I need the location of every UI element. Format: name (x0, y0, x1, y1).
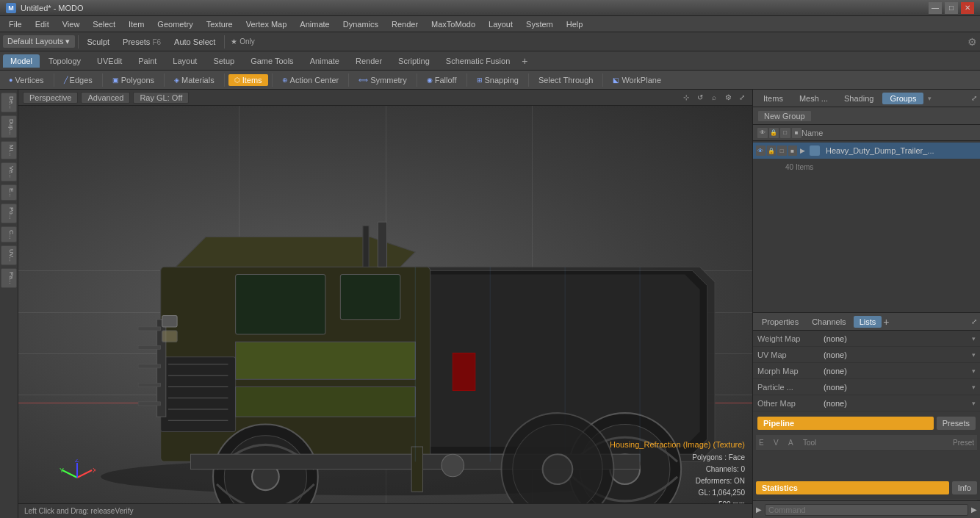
menu-geometry[interactable]: Geometry (151, 18, 198, 30)
menu-vertexmap[interactable]: Vertex Map (240, 18, 293, 30)
viewport[interactable]: Perspective Advanced Ray GL: Off ⊹ ↺ ⌕ ⚙… (18, 90, 752, 518)
menu-dynamics[interactable]: Dynamics (337, 18, 384, 30)
workplane-button[interactable]: ⬕ WorkPlane (607, 74, 667, 86)
tab-topology[interactable]: Topology (41, 54, 88, 68)
tab-layout[interactable]: Layout (165, 54, 204, 68)
advanced-button[interactable]: Advanced (81, 92, 130, 104)
menu-edit[interactable]: Edit (29, 18, 55, 30)
snapping-button[interactable]: ⊞ Snapping (471, 74, 525, 86)
sidebar-tab-e[interactable]: E... (1, 184, 17, 201)
tab-render[interactable]: Render (348, 54, 389, 68)
tab-setup[interactable]: Setup (206, 54, 242, 68)
tab-scripting[interactable]: Scripting (391, 54, 437, 68)
menu-system[interactable]: System (520, 18, 559, 30)
tab-gametools[interactable]: Game Tools (243, 54, 301, 68)
viewport-canvas[interactable]: Housing_Refraction (Image) (Texture) Pol… (18, 106, 752, 518)
menu-render[interactable]: Render (386, 18, 424, 30)
rp-tab-mesh[interactable]: Mesh ... (792, 93, 835, 104)
settings-icon[interactable]: ⚙ (722, 92, 734, 104)
sidebar-tab-dup[interactable]: Dup... (1, 115, 17, 138)
morph-map-value[interactable]: (none) (824, 367, 967, 375)
uv-map-dropdown[interactable]: ▾ (967, 351, 976, 359)
expand-icon[interactable]: ⤢ (736, 92, 748, 104)
auto-select-button[interactable]: Auto Select (168, 36, 221, 48)
settings-icon[interactable]: ⚙ (968, 36, 977, 48)
group-sub-row[interactable]: 40 Items (753, 159, 980, 175)
weight-map-value[interactable]: (none) (824, 334, 967, 343)
cmd-run-button[interactable]: ▶ (971, 506, 977, 514)
tab-animate[interactable]: Animate (303, 54, 347, 68)
action-center-button[interactable]: ⊕ Action Center (276, 74, 345, 86)
pt-expand-button[interactable]: ⤢ (971, 317, 977, 325)
expand-icon[interactable]: ▶ (800, 147, 805, 154)
add-tab-button[interactable]: + (519, 55, 530, 67)
titlebar-controls[interactable]: — □ ✕ (929, 2, 974, 14)
weight-map-dropdown[interactable]: ▾ (967, 335, 976, 342)
group-row-main[interactable]: 👁 🔒 □ ■ ▶ Heavy_Duty_Dump_Trailer_... (753, 143, 980, 159)
select-polygons-button[interactable]: ▣ Polygons (107, 74, 160, 86)
select-items-button[interactable]: ⬡ Items (228, 74, 268, 86)
morph-map-dropdown[interactable]: ▾ (967, 367, 976, 375)
new-group-button[interactable]: New Group (757, 110, 812, 122)
presets-button[interactable]: Presets F6 (117, 36, 167, 48)
raygl-button[interactable]: Ray GL: Off (133, 92, 189, 104)
menu-file[interactable]: File (3, 18, 28, 30)
falloff-button[interactable]: ◉ Falloff (421, 74, 463, 86)
select-vertices-button[interactable]: ● Vertices (3, 74, 50, 86)
group-render-icon[interactable]: ■ (788, 145, 798, 156)
group-box-icon[interactable]: □ (777, 145, 787, 156)
cmd-arrow[interactable]: ▶ (756, 506, 762, 514)
menu-help[interactable]: Help (561, 18, 589, 30)
rp-dropdown-icon[interactable]: ▾ (928, 95, 932, 102)
default-layouts-dropdown[interactable]: Default Layouts ▾ (3, 35, 75, 48)
sidebar-tab-pa[interactable]: Pa... (1, 268, 17, 287)
close-button[interactable]: ✕ (961, 2, 974, 14)
tab-uvedit[interactable]: UVEdit (90, 54, 129, 68)
rp-tab-shading[interactable]: Shading (837, 93, 881, 104)
pt-tab-properties[interactable]: Properties (756, 316, 804, 328)
select-through-button[interactable]: Select Through (533, 74, 599, 86)
sculpt-button[interactable]: Sculpt (82, 36, 116, 48)
menu-animate[interactable]: Animate (294, 18, 335, 30)
other-map-value[interactable]: (none) (824, 399, 967, 408)
other-map-dropdown[interactable]: ▾ (967, 400, 976, 407)
select-materials-button[interactable]: ◈ Materials (168, 74, 220, 86)
perspective-button[interactable]: Perspective (23, 92, 78, 104)
sidebar-tab-po[interactable]: Po... (1, 204, 17, 223)
presets-button[interactable]: Presets (937, 417, 976, 430)
menu-maxtomodo[interactable]: MaxToModo (425, 18, 481, 30)
particle-map-dropdown[interactable]: ▾ (967, 384, 976, 391)
tab-paint[interactable]: Paint (131, 54, 164, 68)
particle-map-value[interactable]: (none) (824, 383, 967, 392)
sidebar-tab-mi[interactable]: Mi... (1, 141, 17, 159)
tab-schematic[interactable]: Schematic Fusion (439, 54, 517, 68)
rp-expand-button[interactable]: ⤢ (971, 94, 977, 102)
rp-tab-items[interactable]: Items (756, 93, 790, 104)
menu-item[interactable]: Item (123, 18, 150, 30)
crosshair-icon[interactable]: ⊹ (680, 92, 692, 104)
select-edges-button[interactable]: ╱ Edges (58, 74, 98, 86)
uv-map-value[interactable]: (none) (824, 350, 967, 359)
refresh-icon[interactable]: ↺ (694, 92, 706, 104)
pt-plus-button[interactable]: + (883, 316, 889, 328)
pt-tab-lists[interactable]: Lists (854, 316, 882, 328)
pt-tab-channels[interactable]: Channels (806, 316, 851, 328)
sidebar-tab-uv[interactable]: UV... (1, 245, 17, 265)
rp-tab-groups[interactable]: Groups (882, 93, 923, 104)
tab-model[interactable]: Model (3, 54, 40, 68)
maximize-button[interactable]: □ (945, 2, 958, 14)
minimize-button[interactable]: — (929, 2, 942, 14)
menu-select[interactable]: Select (87, 18, 121, 30)
command-input[interactable] (765, 504, 968, 516)
sidebar-tab-c[interactable]: C... (1, 226, 17, 242)
group-lock-icon[interactable]: 🔒 (767, 145, 777, 156)
sidebar-tab-de[interactable]: De... (1, 93, 17, 112)
sidebar-tab-ve[interactable]: Ve... (1, 162, 17, 181)
zoom-icon[interactable]: ⌕ (708, 92, 720, 104)
menu-texture[interactable]: Texture (201, 18, 239, 30)
symmetry-button[interactable]: ⟺ Symmetry (353, 74, 413, 86)
info-button[interactable]: Info (952, 481, 977, 494)
menu-view[interactable]: View (57, 18, 86, 30)
menu-layout[interactable]: Layout (483, 18, 519, 30)
group-eye-icon[interactable]: 👁 (756, 145, 765, 156)
